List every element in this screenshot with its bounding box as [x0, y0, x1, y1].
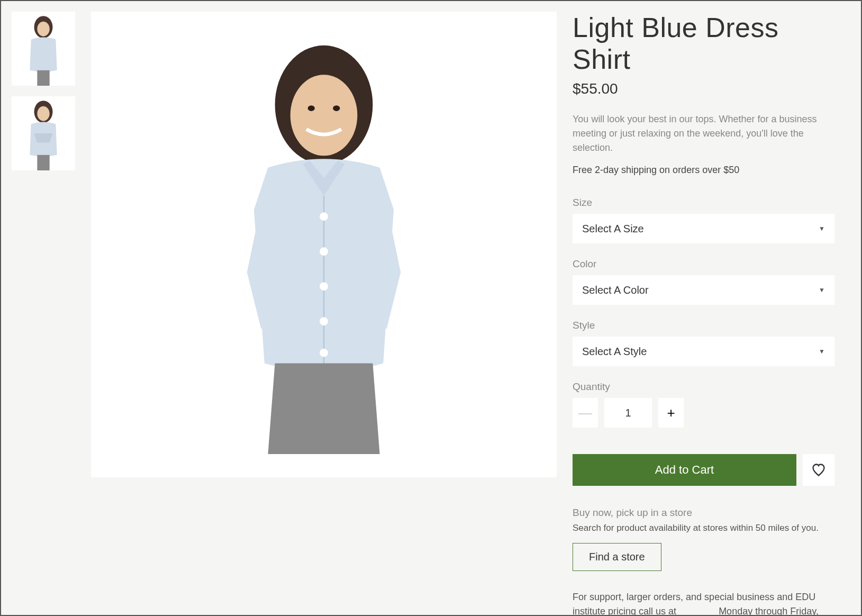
product-details: Light Blue Dress Shirt $55.00 You will l… — [573, 12, 850, 604]
add-to-cart-button[interactable]: Add to Cart — [573, 454, 796, 486]
color-label: Color — [573, 258, 834, 270]
svg-rect-7 — [37, 155, 49, 170]
thumbnail-1[interactable] — [12, 12, 75, 86]
svg-rect-3 — [37, 70, 49, 86]
svg-point-16 — [320, 282, 328, 291]
svg-point-18 — [320, 349, 328, 357]
product-title: Light Blue Dress Shirt — [573, 12, 834, 75]
shipping-note: Free 2-day shipping on orders over $50 — [573, 165, 834, 176]
chevron-down-icon: ▼ — [819, 225, 825, 232]
svg-point-12 — [333, 105, 340, 111]
quantity-decrease-button[interactable]: — — [573, 398, 598, 428]
product-main-image — [91, 12, 557, 477]
quantity-value: 1 — [604, 398, 652, 428]
svg-point-15 — [320, 247, 328, 256]
svg-point-2 — [37, 22, 49, 37]
svg-point-14 — [320, 212, 328, 221]
quantity-increase-button[interactable]: + — [658, 398, 684, 428]
find-store-button[interactable]: Find a store — [573, 543, 661, 571]
thumbnail-list — [12, 12, 75, 604]
svg-point-17 — [320, 317, 328, 325]
size-select-value: Select A Size — [582, 223, 644, 235]
pickup-title: Buy now, pick up in a store — [573, 507, 834, 519]
chevron-down-icon: ▼ — [819, 286, 825, 294]
style-select-value: Select A Style — [582, 346, 647, 358]
svg-point-10 — [291, 75, 358, 156]
style-select[interactable]: Select A Style ▼ — [573, 337, 834, 366]
support-phone-placeholder — [679, 606, 716, 616]
thumbnail-2[interactable] — [12, 96, 75, 170]
svg-point-11 — [308, 105, 315, 111]
support-text: For support, larger orders, and special … — [573, 590, 834, 616]
style-label: Style — [573, 320, 834, 331]
quantity-label: Quantity — [573, 381, 834, 393]
svg-point-6 — [37, 106, 49, 121]
pickup-description: Search for product availability at store… — [573, 523, 834, 533]
size-label: Size — [573, 197, 834, 209]
size-select[interactable]: Select A Size ▼ — [573, 214, 834, 243]
product-description: You will look your best in our tops. Whe… — [573, 112, 834, 155]
product-price: $55.00 — [573, 80, 834, 97]
heart-icon — [811, 463, 826, 477]
color-select[interactable]: Select A Color ▼ — [573, 275, 834, 305]
chevron-down-icon: ▼ — [819, 348, 825, 355]
color-select-value: Select A Color — [582, 284, 649, 296]
wishlist-button[interactable] — [803, 454, 834, 486]
quantity-stepper: — 1 + — [573, 398, 834, 428]
